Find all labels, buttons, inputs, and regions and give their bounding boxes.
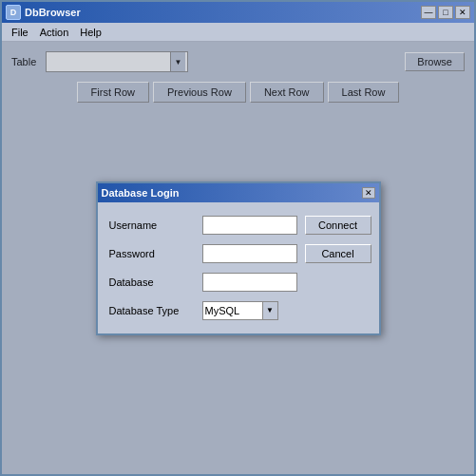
db-type-combo[interactable]: MySQL ▼ [202,301,278,320]
title-bar: D DbBrowser — □ ✕ [2,2,474,23]
password-input[interactable] [202,244,297,263]
dialog-close-button[interactable]: ✕ [362,187,375,199]
main-window: D DbBrowser — □ ✕ File Action Help Table… [0,0,476,476]
username-label: Username [109,219,195,231]
db-type-value: MySQL [203,305,262,316]
menu-file[interactable]: File [6,25,34,40]
menu-bar: File Action Help [2,23,474,42]
maximize-button[interactable]: □ [438,6,453,19]
title-controls: — □ ✕ [421,6,470,19]
menu-help[interactable]: Help [74,25,107,40]
dialog-title: Database Login [102,187,180,199]
main-content: Table ▼ Browse First Row Previous Row Ne… [2,42,474,474]
modal-overlay: Database Login ✕ Username Connect Passwo… [2,42,474,474]
username-input[interactable] [202,216,297,235]
db-type-combo-wrapper: MySQL ▼ [202,301,297,320]
db-type-arrow[interactable]: ▼ [262,302,277,319]
password-label: Password [109,248,195,259]
database-input[interactable] [202,273,297,292]
minimize-button[interactable]: — [421,6,436,19]
dialog-body: Username Connect Password Cancel Databas… [98,202,379,333]
cancel-button[interactable]: Cancel [305,244,371,263]
title-bar-left: D DbBrowser [6,5,81,20]
db-type-label: Database Type [109,305,195,316]
connect-button[interactable]: Connect [305,216,371,235]
window-title: DbBrowser [25,7,81,18]
menu-action[interactable]: Action [34,25,75,40]
dialog-title-bar: Database Login ✕ [98,183,379,202]
database-label: Database [109,276,195,288]
app-icon: D [6,5,21,20]
database-login-dialog: Database Login ✕ Username Connect Passwo… [96,181,381,335]
close-button[interactable]: ✕ [455,6,470,19]
